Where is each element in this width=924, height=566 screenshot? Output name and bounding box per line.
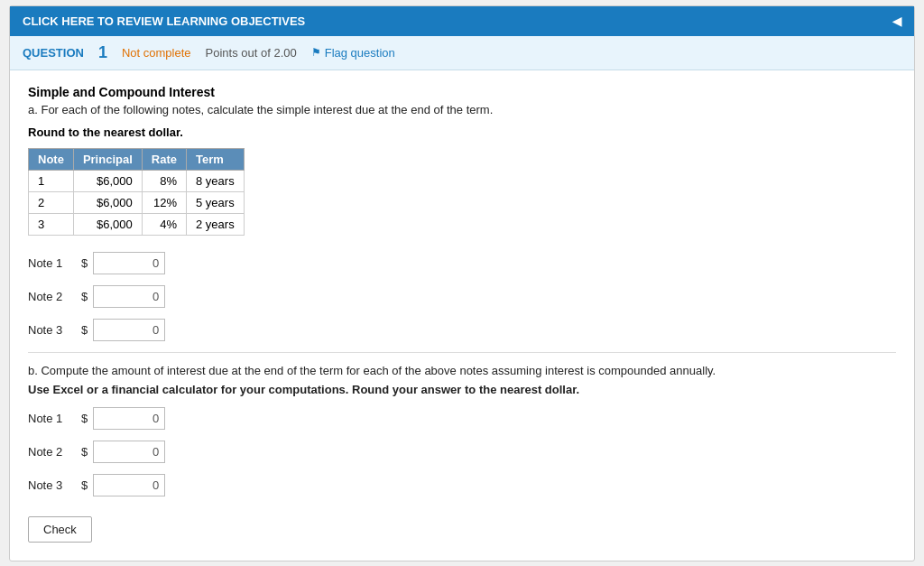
review-objectives-label: CLICK HERE TO REVIEW LEARNING OBJECTIVES [23,14,305,28]
divider [28,352,896,353]
cell-note: 3 [29,213,74,235]
flag-question-button[interactable]: ⚑ Flag question [311,46,395,60]
col-header-principal: Principal [73,148,142,170]
col-header-rate: Rate [142,148,186,170]
cell-term: 2 years [187,213,245,235]
question-number: 1 [98,43,107,62]
col-header-note: Note [29,148,74,170]
section-subtitle: a. For each of the following notes, calc… [28,103,896,116]
dollar-sign-b-1: $ [81,412,88,425]
part-a-input-row-1: Note 1 $ [28,252,896,274]
part-b-input-3[interactable] [93,474,165,496]
part-a-label-2: Note 2 [28,290,78,303]
top-bar-arrow-icon: ◀ [892,14,901,28]
cell-principal: $6,000 [73,213,142,235]
section-title: Simple and Compound Interest [28,85,896,99]
review-objectives-bar[interactable]: CLICK HERE TO REVIEW LEARNING OBJECTIVES… [10,6,914,36]
cell-note: 2 [29,191,74,213]
cell-rate: 12% [142,191,186,213]
part-a-label-3: Note 3 [28,323,78,337]
part-b-label-3: Note 3 [28,478,78,492]
question-label: QUESTION [23,46,84,60]
part-b-inputs: Note 1 $ Note 2 $ Note 3 $ [28,407,896,496]
flag-label: Flag question [325,46,395,60]
part-b-input-1[interactable] [93,407,165,430]
status-badge: Not complete [122,46,191,60]
cell-principal: $6,000 [73,170,142,191]
cell-rate: 4% [142,213,186,235]
table-row: 1 $6,000 8% 8 years [29,170,245,191]
dollar-sign-a-3: $ [81,323,88,337]
part-a-input-3[interactable] [93,319,165,341]
question-bar: QUESTION 1 Not complete Points out of 2.… [10,36,914,70]
part-a-inputs: Note 1 $ Note 2 $ Note 3 $ [28,252,896,341]
part-b-input-row-2: Note 2 $ [28,441,896,463]
part-b-text: b. Compute the amount of interest due at… [28,364,896,377]
part-b-input-2[interactable] [93,441,165,463]
part-a-input-2[interactable] [93,285,165,308]
cell-term: 8 years [187,170,245,191]
part-b-input-row-1: Note 1 $ [28,407,896,430]
cell-principal: $6,000 [73,191,142,213]
cell-term: 5 years [187,191,245,213]
main-content: Simple and Compound Interest a. For each… [10,70,914,561]
part-a-input-row-3: Note 3 $ [28,319,896,341]
dollar-sign-a-2: $ [81,290,88,303]
part-a-input-row-2: Note 2 $ [28,285,896,308]
dollar-sign-b-3: $ [81,478,88,492]
cell-rate: 8% [142,170,186,191]
points-label: Points out of 2.00 [206,46,297,60]
col-header-term: Term [187,148,245,170]
part-a-input-1[interactable] [93,252,165,274]
check-button[interactable]: Check [28,516,92,543]
part-b-label-1: Note 1 [28,412,78,425]
part-a-label-1: Note 1 [28,256,78,270]
dollar-sign-a-1: $ [81,256,88,270]
part-b-label-2: Note 2 [28,445,78,459]
flag-icon: ⚑ [311,46,321,59]
dollar-sign-b-2: $ [81,445,88,459]
round-note: Round to the nearest dollar. [28,125,896,139]
part-b-bold-text: Use Excel or a financial calculator for … [28,383,896,396]
table-row: 2 $6,000 12% 5 years [29,191,245,213]
part-b-input-row-3: Note 3 $ [28,474,896,496]
cell-note: 1 [29,170,74,191]
notes-table: Note Principal Rate Term 1 $6,000 8% 8 y… [28,148,245,236]
table-row: 3 $6,000 4% 2 years [29,213,245,235]
